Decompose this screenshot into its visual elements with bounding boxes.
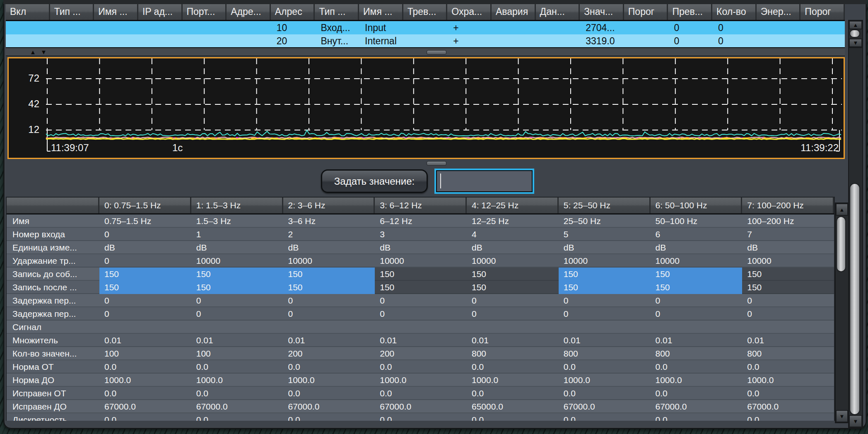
column-header[interactable]: Прев... (668, 4, 712, 20)
table-row[interactable]: Дискретность0.00.00.00.00.00.00.00.0 (7, 413, 834, 421)
window-scrollbar[interactable]: ▼ (848, 47, 863, 428)
cell[interactable]: 0 (375, 294, 467, 307)
cell[interactable]: 0 (712, 34, 757, 48)
table-row[interactable]: Исправен ДО67000.067000.067000.067000.06… (7, 400, 834, 413)
cell[interactable] (536, 21, 580, 34)
cell[interactable]: 1000.0 (651, 374, 743, 387)
table-row[interactable]: Сигнал (7, 321, 834, 334)
cell[interactable] (403, 34, 448, 48)
cell[interactable]: 0.0 (467, 360, 559, 374)
table-row[interactable]: Исправен ОТ0.00.00.00.00.00.00.00.0 (7, 387, 834, 400)
cell[interactable]: 800 (742, 347, 834, 360)
cell[interactable]: 800 (651, 347, 743, 360)
cell[interactable]: 0.0 (651, 387, 743, 400)
cell[interactable]: 0 (99, 254, 191, 268)
cell[interactable]: 100 (99, 347, 191, 360)
cell[interactable]: 67000.0 (191, 400, 283, 413)
table-row[interactable]: Номер входа01234567 (7, 228, 834, 241)
cell[interactable]: 3–6 Hz (283, 215, 375, 228)
cell[interactable] (191, 321, 283, 334)
trend-chart[interactable]: 72 42 12 11:39:07 1с 11:39:22 (7, 57, 845, 159)
cell[interactable] (183, 34, 227, 48)
cell[interactable]: 0.0 (742, 387, 834, 400)
cell[interactable] (800, 34, 845, 48)
cell[interactable] (183, 21, 227, 34)
cell[interactable] (227, 34, 271, 48)
row-label[interactable]: Кол-во значен... (7, 347, 99, 360)
column-header[interactable]: Энер... (757, 4, 801, 20)
column-header[interactable]: Адре... (227, 4, 271, 20)
column-header[interactable]: Алрес (271, 4, 315, 20)
cell[interactable]: 0.0 (375, 387, 467, 400)
cell[interactable]: 0.0 (742, 413, 834, 421)
cell[interactable]: dB (375, 241, 467, 254)
cell[interactable]: 1000.0 (191, 374, 283, 387)
column-header[interactable]: 2: 3–6 Hz (283, 198, 375, 213)
cell[interactable]: 800 (467, 347, 559, 360)
table-row[interactable]: Кол-во значен...100100200200800800800800 (7, 347, 834, 360)
cell[interactable]: 150 (375, 268, 467, 281)
cell[interactable]: 150 (191, 268, 283, 281)
table-row[interactable]: Единица изме...dBdBdBdBdBdBdBdB (7, 241, 834, 254)
cell[interactable]: 20 (271, 34, 315, 48)
cell[interactable]: 150 (559, 268, 651, 281)
cell[interactable] (138, 34, 183, 48)
table-row[interactable]: Запись после ...150150150150150150150150 (7, 281, 834, 294)
cell[interactable]: 12–25 Hz (467, 215, 559, 228)
table-row[interactable]: Задержка пер...00000000 (7, 294, 834, 307)
table-row[interactable]: Запись до соб...150150150150150150150150 (7, 268, 834, 281)
cell[interactable]: 0.0 (283, 360, 375, 374)
column-header[interactable]: 7: 100–200 Hz (742, 198, 834, 213)
cell[interactable]: dB (191, 241, 283, 254)
cell[interactable] (536, 34, 580, 48)
cell[interactable] (757, 34, 801, 48)
scroll-up-button[interactable]: ▲ (849, 21, 862, 29)
cell[interactable]: dB (283, 241, 375, 254)
cell[interactable]: 0 (559, 294, 651, 307)
cell[interactable]: 150 (651, 268, 743, 281)
cell[interactable]: 5 (559, 228, 651, 241)
cell[interactable]: 200 (283, 347, 375, 360)
cell[interactable]: 67000.0 (375, 400, 467, 413)
row-label[interactable]: Норма ОТ (7, 360, 99, 374)
parameter-table-scrollbar[interactable]: ▲ ▼ (835, 203, 849, 423)
cell[interactable]: 0.01 (99, 334, 191, 347)
scrollbar-thumb[interactable] (849, 29, 860, 38)
cell[interactable]: 67000.0 (651, 400, 743, 413)
cell[interactable]: 0 (742, 294, 834, 307)
cell[interactable]: 4 (467, 228, 559, 241)
cell[interactable]: 150 (467, 268, 559, 281)
column-header[interactable]: Знач... (580, 4, 624, 20)
cell[interactable] (6, 21, 50, 34)
column-header[interactable]: Имя ... (359, 4, 403, 20)
cell[interactable]: 65000.0 (467, 400, 559, 413)
cell[interactable] (492, 34, 536, 48)
cell[interactable]: 150 (99, 268, 191, 281)
cell[interactable]: 0 (283, 307, 375, 321)
row-label[interactable]: Запись после ... (7, 281, 99, 294)
column-header[interactable]: 0: 0.75–1.5 Hz (99, 198, 191, 213)
cell[interactable]: 0.0 (559, 413, 651, 421)
cell[interactable]: dB (559, 241, 651, 254)
splitter-grip[interactable] (427, 50, 446, 55)
cell[interactable] (467, 321, 559, 334)
cell[interactable]: 0.01 (467, 334, 559, 347)
cell[interactable] (403, 21, 448, 34)
cell[interactable]: 1.5–3 Hz (191, 215, 283, 228)
cell[interactable]: 67000.0 (99, 400, 191, 413)
cell[interactable]: 0.01 (191, 334, 283, 347)
table-row[interactable]: Ударжание тр...0100001000010000100001000… (7, 254, 834, 268)
cell[interactable] (99, 321, 191, 334)
cell[interactable]: Вход... (315, 21, 359, 34)
table-row[interactable]: Имя0.75–1.5 Hz1.5–3 Hz3–6 Hz6–12 Hz12–25… (7, 215, 834, 228)
cell[interactable]: 150 (742, 281, 834, 294)
cell[interactable]: 800 (559, 347, 651, 360)
row-label[interactable]: Исправен ОТ (7, 387, 99, 400)
cell[interactable] (94, 21, 138, 34)
column-header[interactable]: Трев... (403, 4, 448, 20)
cell[interactable]: 0 (668, 34, 712, 48)
cell[interactable] (227, 21, 271, 34)
cell[interactable]: 100–200 Hz (742, 215, 834, 228)
scrollbar-thumb[interactable] (849, 183, 860, 415)
cell[interactable]: 0.0 (742, 360, 834, 374)
